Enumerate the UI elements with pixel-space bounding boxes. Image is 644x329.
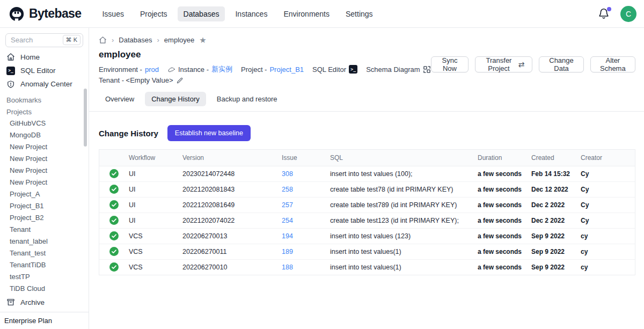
breadcrumb-home-icon[interactable] [99,36,107,44]
mysql-dolphin-icon [167,65,175,74]
issue-link[interactable]: 258 [282,186,293,193]
sidebar-project-item[interactable]: testTP [0,271,89,283]
bookmarks-section-label: Bookmarks [0,94,89,106]
issue-link[interactable]: 194 [282,232,293,240]
tab-overview[interactable]: Overview [99,92,141,106]
sidebar-project-item[interactable]: Tenant_test [0,247,89,259]
tenant-label: Tenant - <Empty Value> [99,76,173,84]
bookmark-star-icon[interactable]: ★ [199,36,206,44]
establish-baseline-button[interactable]: Establish new baseline [167,125,251,141]
change-history-row[interactable]: VCS 202206270013 194 insert into test va… [99,229,635,244]
change-history-row[interactable]: UI 20221202081649 257 create table test7… [99,198,635,213]
issue-link[interactable]: 257 [282,201,293,209]
sidebar-project-item[interactable]: New Project [0,177,89,188]
sidebar-project-item[interactable]: TenantTiDB [0,259,89,271]
col-duration: Duration [478,150,531,166]
nav-instances[interactable]: Instances [229,6,273,21]
version-cell: 20221202074022 [182,213,282,229]
issue-link[interactable]: 189 [282,248,293,255]
sidebar-project-item[interactable]: New Project [0,165,89,177]
nav-environments[interactable]: Environments [277,6,335,21]
version-cell: 202206270011 [182,244,282,260]
nav-databases[interactable]: Databases [178,6,225,21]
sidebar-project-item[interactable]: GitHubVCS [0,118,89,129]
notification-bell-icon[interactable] [598,8,611,20]
instance-link[interactable]: 新实例 [211,64,232,74]
environment-link[interactable]: prod [145,65,159,74]
duration-cell: a few seconds [478,182,531,198]
issue-link[interactable]: 188 [282,264,293,271]
sidebar-item-archive[interactable]: Archive [0,295,89,310]
created-cell: Feb 14 15:32 [531,166,581,182]
sidebar-project-item[interactable]: New Project [0,153,89,165]
search-shortcut-badge: ⌘ K [63,35,80,45]
alter-schema-button[interactable]: Alter Schema [590,56,635,72]
change-history-row[interactable]: VCS 202206270010 188 insert into test va… [99,260,635,275]
sidebar-item-anomaly-center[interactable]: Anomaly Center [0,77,89,91]
sidebar-project-item[interactable]: New Project [0,141,89,153]
created-cell: Sep 9 2022 [531,229,581,244]
schema-diagram-link[interactable]: Schema Diagram [366,65,430,74]
duration-cell: a few seconds [478,166,531,182]
terminal-icon: >_ [6,67,15,75]
sidebar-project-item[interactable]: Project_B2 [0,212,89,224]
breadcrumb-separator: › [157,36,159,44]
edit-pencil-icon[interactable] [176,77,184,84]
page-title: employee [99,49,431,60]
bytebase-logo[interactable]: Bytebase [9,6,81,22]
sidebar-item-label: SQL Editor [20,67,56,75]
change-history-row[interactable]: UI 20230214072448 308 insert into test v… [99,166,635,182]
change-history-row[interactable]: VCS 202206270011 189 insert into test va… [99,244,635,260]
success-check-icon [109,247,119,256]
sidebar-project-item[interactable]: tenant_label [0,236,89,247]
sidebar-project-item[interactable]: MongoDB [0,129,89,141]
sql-cell: insert into test values(1) [330,244,478,260]
transfer-project-button[interactable]: Transfer Project ⇄ [475,56,532,72]
nav-settings[interactable]: Settings [340,6,379,21]
workflow-cell: UI [129,182,182,198]
page-head-left: employee Environment - prod Instance - 新… [99,49,431,84]
sidebar-project-item[interactable]: Project_B1 [0,200,89,212]
sidebar-project-item[interactable]: Tenant [0,224,89,236]
sidebar-item-home[interactable]: Home [0,50,89,64]
change-data-button[interactable]: Change Data [539,56,583,72]
col-creator: Creator [581,150,635,166]
project-list: GitHubVCS MongoDB New Project New Projec… [0,118,89,295]
issue-link[interactable]: 254 [282,217,293,224]
change-history-row[interactable]: UI 20221202074022 254 create table test1… [99,213,635,229]
success-check-icon [109,200,119,209]
main-content: › Databases › employee ★ employee Enviro… [89,28,644,329]
home-icon [6,53,15,61]
sql-cell: insert into test values (123) [330,229,478,244]
sql-cell: insert into test values(1) [330,260,478,275]
sql-editor-label: SQL Editor [312,65,346,74]
database-tabs: Overview Change History Backup and resto… [89,92,644,112]
issue-link[interactable]: 308 [282,170,293,178]
breadcrumb: › Databases › employee ★ [89,28,644,44]
duration-cell: a few seconds [478,229,531,244]
nav-issues[interactable]: Issues [96,6,129,21]
sidebar-item-sql-editor[interactable]: >_ SQL Editor [0,64,89,77]
sync-now-button[interactable]: Sync Now [431,56,469,72]
nav-projects[interactable]: Projects [134,6,173,21]
terminal-icon: >_ [349,65,357,74]
archive-icon [6,298,15,306]
change-history-row[interactable]: UI 20221202081843 258 create table test7… [99,182,635,198]
sql-cell: insert into test values (100); [330,166,478,182]
sql-editor-link[interactable]: SQL Editor >_ [312,65,357,74]
creator-cell: cy [581,260,635,275]
workflow-cell: VCS [129,244,182,260]
breadcrumb-databases[interactable]: Databases [119,36,152,44]
tab-backup-restore[interactable]: Backup and restore [210,92,284,106]
search-box[interactable]: ⌘ K [5,33,83,47]
instance-label: Instance - [178,65,209,74]
sidebar-project-item[interactable]: Project_A [0,188,89,200]
user-avatar[interactable]: C [620,6,636,22]
sidebar-project-item[interactable]: TiDB Cloud [0,283,89,295]
sidebar-scrollbar-thumb[interactable] [84,89,87,147]
col-sql: SQL [330,150,478,166]
search-input[interactable] [11,36,57,44]
project-link[interactable]: Project_B1 [269,65,304,74]
col-status [99,150,129,166]
tab-change-history[interactable]: Change History [145,92,206,106]
